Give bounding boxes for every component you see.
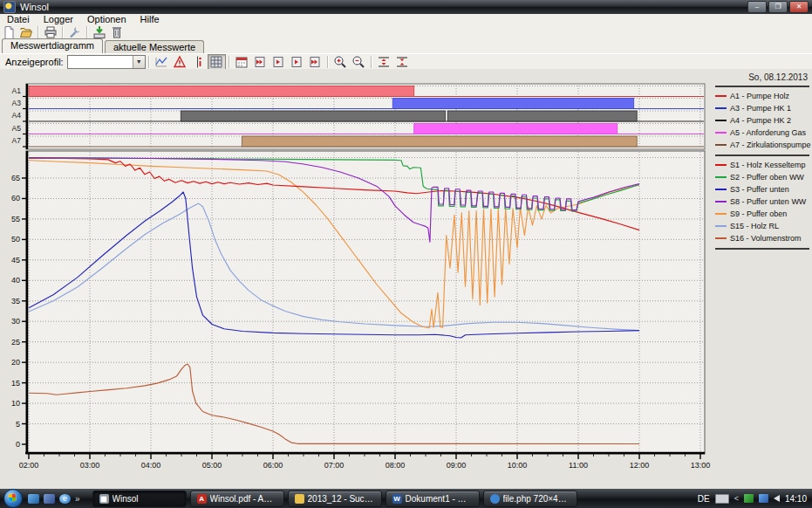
legend-label: S1 - Holz Kesseltemp	[730, 161, 806, 169]
quick-launch: e »	[28, 494, 87, 504]
menu-datei[interactable]: Datei	[0, 14, 37, 24]
task-buttons: ▦WinsolAWinsol.pdf - Adobe ...2013_12 - …	[92, 491, 581, 507]
legend-digital-list: A1 - Pumpe HolzA3 - Pumpe HK 1A4 - Pumpe…	[715, 90, 809, 151]
legend-item: S3 - Puffer unten	[715, 183, 809, 196]
start-button[interactable]	[3, 489, 23, 508]
grid-button[interactable]	[208, 54, 226, 70]
x-tick-label: 08:00	[386, 461, 406, 470]
zoom-out-button[interactable]	[350, 54, 368, 70]
print-icon	[44, 25, 58, 39]
y-stretch-button[interactable]	[393, 54, 412, 70]
y-tick-label: 15	[11, 379, 20, 388]
taskbar-button-winsol[interactable]: AWinsol.pdf - Adobe ...	[190, 491, 284, 507]
legend-label: S15 - Holz RL	[730, 222, 779, 230]
internet-explorer-icon[interactable]: e	[59, 494, 71, 504]
chevron-down-icon[interactable]: ▼	[133, 56, 145, 68]
wrench-icon	[68, 25, 82, 39]
task-label: Dokument1 - Micro...	[406, 494, 473, 504]
legend-analog-list: S1 - Holz KesseltempS2 - Puffer oben WWS…	[715, 159, 809, 244]
y-tick-label: 55	[11, 215, 20, 223]
legend-item: A3 - Pumpe HK 1	[715, 102, 809, 114]
scroll-back-button[interactable]	[270, 54, 288, 70]
legend-swatch	[715, 237, 727, 239]
toolbar-separator	[229, 56, 230, 68]
network-icon[interactable]	[744, 494, 754, 503]
volume-icon[interactable]	[774, 495, 780, 502]
zoom-in-button[interactable]	[331, 54, 350, 70]
calendar-icon	[235, 55, 249, 69]
y-compress-button[interactable]	[375, 54, 393, 70]
legend-label: S8 - Puffer unten WW	[730, 197, 806, 206]
x-tick-label: 10:00	[508, 461, 528, 470]
toolbar-separator	[62, 26, 64, 38]
cursor-line-icon	[191, 55, 205, 69]
diagram-icon	[154, 55, 168, 69]
x-tick-label: 06:00	[263, 461, 283, 470]
tab-messwertdiagramm[interactable]: Messwertdiagramm	[2, 38, 103, 53]
scroll-forward-button[interactable]	[288, 54, 306, 70]
legend-swatch	[715, 107, 727, 109]
new-file-button[interactable]	[0, 24, 17, 39]
print-button[interactable]	[42, 24, 59, 39]
y-stretch-icon	[395, 55, 409, 69]
legend-swatch	[715, 132, 727, 134]
menu-hilfe[interactable]: Hilfe	[133, 14, 167, 24]
legend-item: S2 - Puffer oben WW	[715, 171, 809, 183]
keyboard-icon[interactable]	[715, 494, 729, 504]
date-label: So, 08.12.2013	[715, 72, 809, 82]
legend-swatch	[715, 164, 727, 166]
y-tick-label: 5	[16, 420, 20, 429]
alarm-button[interactable]	[171, 54, 189, 70]
setup-button[interactable]	[66, 24, 84, 39]
legend-swatch	[715, 225, 727, 227]
language-indicator[interactable]: DE	[698, 494, 710, 504]
display-icon[interactable]	[759, 494, 768, 503]
digital-channel-label: A1	[12, 86, 22, 95]
task-label: Winsol	[113, 494, 139, 504]
restore-button[interactable]: ❐	[768, 1, 788, 13]
word-icon: W	[392, 494, 402, 504]
open-file-button[interactable]	[17, 24, 35, 39]
x-tick-label: 07:00	[324, 461, 345, 470]
legend-label: A5 - Anforderung Gas	[730, 128, 806, 137]
taskbar-button-dokument1[interactable]: WDokument1 - Micro...	[386, 491, 480, 507]
menu-optionen[interactable]: Optionen	[80, 14, 133, 24]
digital-channel-label: A4	[12, 111, 22, 120]
anzeigeprofil-value	[68, 56, 133, 68]
anzeigeprofil-combobox[interactable]: ▼	[67, 55, 146, 69]
show-desktop-icon[interactable]	[28, 494, 39, 504]
taskbar-button-2013_12[interactable]: 2013_12 - Sucherge...	[288, 491, 382, 507]
close-button[interactable]: ✕	[789, 1, 809, 13]
legend-divider	[715, 248, 809, 250]
day-forward-icon	[308, 55, 322, 69]
clock: 14:10	[785, 494, 807, 504]
minimize-button[interactable]: –	[747, 1, 767, 13]
hidden-icons-chevron[interactable]: <	[734, 494, 739, 503]
folder-search-icon	[295, 494, 304, 504]
taskbar-button-file[interactable]: file.php 720×450 Pixel	[483, 491, 577, 507]
switch-windows-icon[interactable]	[44, 494, 55, 504]
legend-divider	[715, 86, 809, 87]
alarm-triangle-icon	[173, 55, 187, 69]
quick-launch-chevron[interactable]: »	[75, 494, 80, 504]
digital-bar-A5	[414, 124, 618, 134]
cursor-button[interactable]	[189, 54, 208, 70]
y-tick-label: 20	[11, 358, 20, 367]
day-forward-button[interactable]	[306, 54, 324, 70]
y-tick-label: 35	[11, 297, 20, 305]
day-back-button[interactable]	[251, 54, 270, 70]
menu-logger[interactable]: Logger	[37, 14, 80, 24]
download-icon	[92, 25, 106, 39]
diagram-button[interactable]	[153, 54, 171, 70]
delete-button[interactable]	[108, 24, 126, 39]
legend-label: S9 - Puffer oben	[730, 209, 787, 218]
tab-aktuelle-messwerte[interactable]: aktuelle Messwerte	[105, 40, 204, 53]
taskbar-button-winsol[interactable]: ▦Winsol	[92, 491, 187, 507]
legend-swatch	[715, 120, 727, 121]
measurement-chart[interactable]: A1A3A4A5A70510152025303540455055606502:0…	[0, 69, 812, 489]
y-tick-label: 40	[11, 276, 20, 285]
calendar-button[interactable]	[233, 54, 251, 70]
tab-bar: Messwertdiagramm aktuelle Messwerte	[0, 39, 812, 53]
logger-download-button[interactable]	[91, 24, 108, 39]
legend-swatch	[715, 189, 727, 190]
